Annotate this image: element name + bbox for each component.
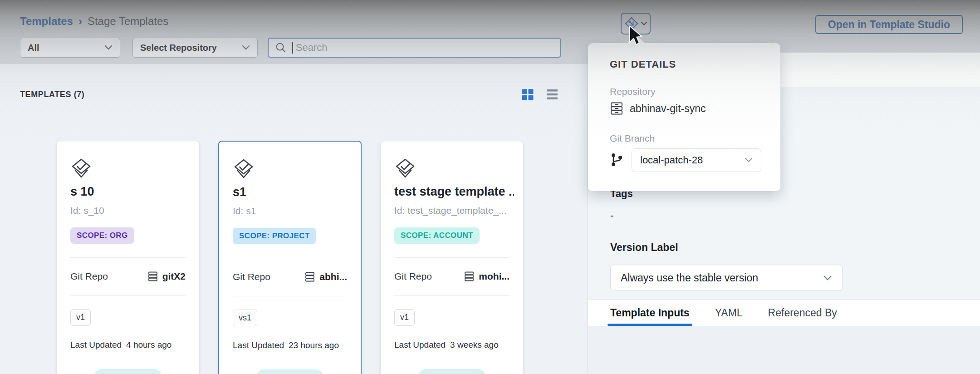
template-card-s10[interactable]: s 10 Id: s_10 SCOPE: ORG Git Repo gitX2 … — [56, 141, 200, 374]
version-label: Version Label — [610, 241, 980, 254]
version-chip: v1 — [394, 309, 415, 326]
template-title: s1 — [233, 185, 352, 199]
text-cursor — [292, 42, 293, 54]
git-branch-icon — [610, 152, 623, 167]
tab-content-area — [588, 326, 980, 374]
template-cards-grid: s 10 Id: s_10 SCOPE: ORG Git Repo gitX2 … — [56, 141, 524, 374]
template-id: Id: test_stage_template_... — [394, 205, 516, 216]
stable-badge-partial — [94, 369, 162, 374]
template-card-test-stage[interactable]: test stage template ... Id: test_stage_t… — [380, 141, 524, 374]
type-filter-dropdown[interactable]: All — [20, 38, 120, 58]
divider — [233, 296, 347, 296]
template-list-panel: Templates › Stage Templates All Select R… — [0, 0, 588, 374]
divider — [233, 258, 347, 258]
repository-name: abhinav-git-sync — [630, 103, 706, 115]
git-repo-row: Git Repo gitX2 — [70, 271, 186, 282]
repository-icon — [610, 101, 623, 116]
stage-template-icon — [394, 157, 416, 179]
template-list-content: TEMPLATES (7) — [0, 64, 588, 374]
templates-count-label: TEMPLATES (7) — [20, 90, 84, 99]
tab-referenced-by[interactable]: Referenced By — [768, 300, 837, 326]
breadcrumb-current: Stage Templates — [88, 15, 168, 28]
git-repo-row: Git Repo abhi... — [233, 271, 347, 282]
template-card-s1[interactable]: s1 Id: s1 SCOPE: PROJECT Git Repo abhi..… — [218, 141, 362, 374]
search-icon — [275, 42, 287, 54]
open-in-template-studio-button[interactable]: Open in Template Studio — [815, 15, 963, 34]
last-updated: Last Updated 23 hours ago — [233, 340, 339, 350]
view-toggles — [521, 88, 559, 101]
template-title: test stage template ... — [394, 185, 514, 199]
git-template-icon — [624, 16, 639, 31]
divider — [70, 295, 186, 296]
template-id: Id: s1 — [233, 206, 353, 217]
search-box — [268, 38, 561, 58]
divider — [394, 295, 510, 296]
tab-template-inputs[interactable]: Template Inputs — [610, 300, 690, 326]
breadcrumb-templates-link[interactable]: Templates — [20, 15, 73, 28]
git-repo-row: Git Repo mohi... — [394, 271, 510, 282]
stage-template-icon — [233, 158, 255, 180]
type-filter-value: All — [28, 43, 39, 53]
git-repo-value: abhi... — [305, 271, 347, 282]
chevron-down-icon — [641, 21, 647, 26]
git-details-button[interactable] — [621, 13, 651, 34]
repository-label: Repository — [610, 86, 655, 97]
grid-view-icon[interactable] — [521, 88, 534, 101]
git-details-popover: GIT DETAILS Repository abhinav-git-sync … — [588, 43, 780, 191]
git-branch-label: Git Branch — [610, 133, 655, 144]
repository-filter-dropdown[interactable]: Select Repository — [132, 38, 258, 58]
breadcrumb-separator: › — [78, 15, 82, 28]
git-repo-value: mohi... — [464, 271, 510, 282]
version-chip: v1 — [70, 309, 91, 326]
list-toolbar: TEMPLATES (7) — [20, 88, 559, 101]
details-tabs: Template Inputs YAML Referenced By — [588, 300, 980, 326]
stable-badge-partial — [418, 369, 486, 374]
scope-badge: SCOPE: ORG — [70, 227, 134, 244]
last-updated: Last Updated 3 weeks ago — [394, 340, 499, 350]
git-repo-value: gitX2 — [148, 271, 186, 282]
chevron-down-icon — [823, 275, 832, 281]
stable-badge-partial — [256, 369, 324, 374]
filter-row: All Select Repository — [20, 38, 561, 58]
git-repo-label: Git Repo — [233, 271, 270, 282]
tags-value: - — [610, 210, 980, 221]
template-id: Id: s_10 — [70, 205, 192, 216]
chevron-down-icon — [104, 45, 113, 50]
stage-template-icon — [70, 157, 92, 179]
list-view-icon[interactable] — [545, 88, 559, 101]
stage-templates-page: Templates › Stage Templates All Select R… — [0, 0, 980, 374]
version-label-value: Always use the stable version — [621, 272, 758, 284]
list-header-bar: Templates › Stage Templates All Select R… — [0, 0, 588, 64]
repository-icon — [148, 271, 158, 282]
template-title: s 10 — [70, 185, 190, 199]
last-updated: Last Updated 4 hours ago — [70, 340, 172, 350]
git-branch-value: local-patch-28 — [640, 154, 703, 166]
git-repo-label: Git Repo — [394, 271, 432, 282]
repository-icon — [305, 271, 315, 282]
scope-badge: SCOPE: PROJECT — [233, 228, 316, 244]
chevron-down-icon — [745, 157, 753, 163]
git-branch-dropdown[interactable]: local-patch-28 — [632, 148, 761, 172]
scope-badge: SCOPE: ACCOUNT — [394, 227, 480, 244]
repository-icon — [464, 271, 474, 282]
version-chip: vs1 — [233, 310, 257, 326]
repository-row: abhinav-git-sync — [610, 101, 706, 116]
divider — [394, 257, 510, 258]
repository-filter-value: Select Repository — [140, 43, 217, 53]
version-label-dropdown[interactable]: Always use the stable version — [610, 265, 843, 291]
breadcrumb: Templates › Stage Templates — [20, 15, 168, 28]
git-repo-label: Git Repo — [70, 271, 108, 282]
tab-yaml[interactable]: YAML — [715, 300, 743, 326]
git-details-title: GIT DETAILS — [610, 59, 676, 70]
divider — [70, 257, 186, 258]
search-input[interactable] — [296, 42, 554, 54]
chevron-down-icon — [242, 45, 250, 50]
